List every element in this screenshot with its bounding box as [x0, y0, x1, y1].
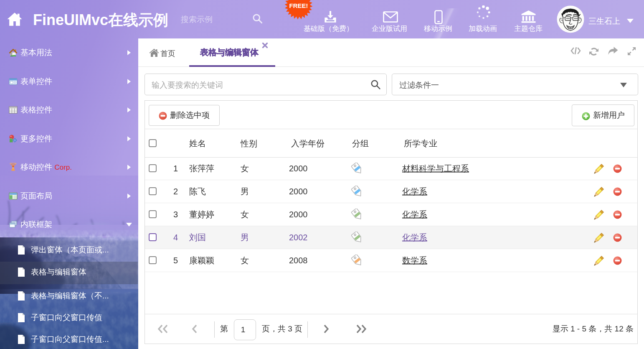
svg-text:FREE!: FREE!: [289, 2, 308, 9]
